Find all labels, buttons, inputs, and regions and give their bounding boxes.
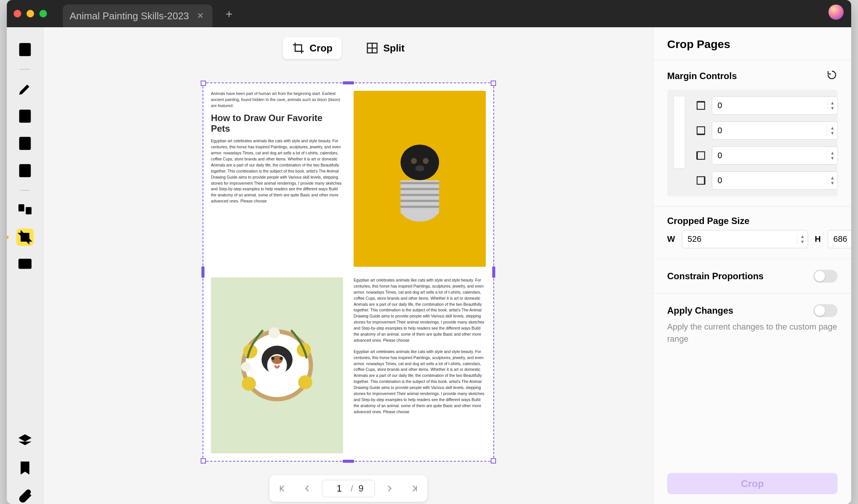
panel-title: Crop Pages: [667, 38, 838, 51]
embroidery-illustration: [235, 323, 319, 408]
crop-handle-bottom-left[interactable]: [201, 458, 206, 464]
margin-top-input[interactable]: ▲▼: [712, 96, 838, 115]
svg-rect-13: [19, 259, 32, 269]
annotate-tool[interactable]: [16, 80, 34, 98]
svg-point-19: [423, 158, 429, 164]
constrain-toggle[interactable]: [813, 270, 838, 283]
svg-rect-5: [19, 137, 31, 150]
apply-changes-label: Apply Changes: [667, 305, 733, 316]
document-area: Crop Split: [43, 27, 654, 504]
prev-page-button[interactable]: [295, 475, 320, 502]
panel-separator: [654, 206, 851, 207]
stepper-down[interactable]: ▼: [827, 156, 838, 161]
page-number-field[interactable]: / 9: [322, 480, 375, 497]
edit-text-tool[interactable]: [16, 107, 34, 125]
bookmark-icon[interactable]: [16, 459, 34, 477]
crop-mode-button[interactable]: Crop: [283, 37, 342, 59]
document-content: Animals have been part of human art from…: [211, 91, 486, 453]
svg-rect-9: [21, 167, 24, 170]
margin-right-icon: [695, 175, 707, 186]
stepper-up[interactable]: ▲: [827, 100, 838, 106]
crop-handle-bottom[interactable]: [343, 460, 354, 463]
crop-handle-top[interactable]: [343, 81, 354, 84]
stepper-down[interactable]: ▼: [797, 239, 808, 244]
crop-handle-top-right[interactable]: [491, 81, 496, 86]
document-tab[interactable]: Animal Painting Skills-2023 ✕: [63, 5, 212, 27]
constrain-label: Constrain Proportions: [667, 271, 764, 282]
attachment-icon[interactable]: [16, 487, 34, 504]
margin-controls-label: Margin Controls: [667, 71, 737, 81]
margin-left-input[interactable]: ▲▼: [712, 146, 838, 165]
stepper-down[interactable]: ▼: [827, 180, 838, 186]
forms-tool[interactable]: [16, 162, 34, 179]
titlebar: Animal Painting Skills-2023 ✕ ＋: [7, 0, 851, 27]
margin-bottom-input[interactable]: ▲▼: [712, 121, 838, 140]
organize-tool[interactable]: [16, 201, 34, 219]
crop-handle-bottom-right[interactable]: [491, 458, 496, 464]
crop-handle-top-left[interactable]: [201, 81, 206, 86]
next-page-button[interactable]: [377, 475, 402, 502]
svg-rect-12: [26, 207, 31, 214]
crop-frame[interactable]: Animals have been part of human art from…: [203, 82, 494, 462]
apply-changes-toggle[interactable]: [813, 304, 838, 317]
page-edit-tool[interactable]: [16, 135, 34, 152]
close-tab-button[interactable]: ✕: [195, 11, 206, 21]
margin-preview: [674, 96, 685, 168]
new-tab-button[interactable]: ＋: [222, 6, 237, 21]
svg-point-18: [411, 158, 417, 164]
stepper-up[interactable]: ▲: [797, 234, 808, 239]
margin-bottom-icon: [695, 125, 707, 136]
page-size-label: Cropped Page Size: [667, 216, 749, 226]
redact-tool[interactable]: [16, 256, 34, 273]
svg-rect-37: [697, 127, 705, 134]
doc-paragraph: Egyptian art celebrates animals like cat…: [354, 349, 486, 415]
stepper-down[interactable]: ▼: [827, 106, 838, 111]
stepper-down[interactable]: ▼: [827, 131, 838, 136]
svg-point-25: [271, 356, 275, 360]
reader-tool[interactable]: [16, 41, 34, 58]
crop-handle-left[interactable]: [201, 266, 204, 278]
crop-handle-right[interactable]: [492, 266, 495, 278]
stepper-up[interactable]: ▲: [827, 150, 838, 156]
pug-illustration: [383, 134, 457, 223]
page-separator: /: [351, 483, 353, 494]
split-mode-button[interactable]: Split: [357, 37, 413, 59]
page-number-input[interactable]: [333, 483, 345, 494]
left-tool-rail: [7, 27, 43, 504]
svg-point-29: [242, 376, 256, 390]
crop-icon: [292, 42, 305, 54]
stepper-up[interactable]: ▲: [827, 175, 838, 180]
svg-point-32: [241, 362, 251, 372]
height-input[interactable]: ▲▼: [828, 230, 851, 248]
last-page-button[interactable]: [402, 475, 427, 502]
panel-separator: [654, 259, 851, 259]
apply-changes-helper: Apply the current changes to the custom …: [667, 321, 838, 345]
svg-point-20: [415, 165, 424, 171]
svg-rect-41: [697, 177, 705, 184]
first-page-button[interactable]: [270, 475, 295, 502]
doc-text-column-right: Egyptian art celebrates animals like cat…: [354, 277, 486, 453]
window-controls: [14, 10, 47, 17]
crop-button-label: Crop: [741, 478, 764, 490]
panel-separator: [654, 293, 851, 294]
crop-toolbar: Crop Split: [283, 37, 413, 59]
reset-margins-button[interactable]: [826, 69, 838, 83]
zoom-window-button[interactable]: [39, 10, 47, 17]
layers-icon[interactable]: [16, 432, 34, 450]
rail-separator: [20, 69, 30, 70]
doc-paragraph: Egyptian art celebrates animals like cat…: [354, 277, 486, 344]
svg-point-26: [279, 356, 283, 360]
svg-point-31: [268, 327, 280, 339]
crop-button[interactable]: Crop: [667, 473, 838, 494]
close-window-button[interactable]: [14, 10, 21, 17]
width-label: W: [667, 234, 675, 244]
doc-intro: Animals have been part of human art from…: [211, 91, 343, 109]
margin-block: ▲▼ ▲▼ ▲▼: [667, 90, 838, 196]
width-input[interactable]: ▲▼: [682, 230, 808, 248]
minimize-window-button[interactable]: [27, 10, 34, 17]
split-mode-label: Split: [383, 42, 404, 54]
crop-tool[interactable]: [16, 229, 34, 246]
margin-right-input[interactable]: ▲▼: [712, 171, 838, 190]
avatar[interactable]: [828, 5, 844, 20]
stepper-up[interactable]: ▲: [827, 125, 838, 131]
